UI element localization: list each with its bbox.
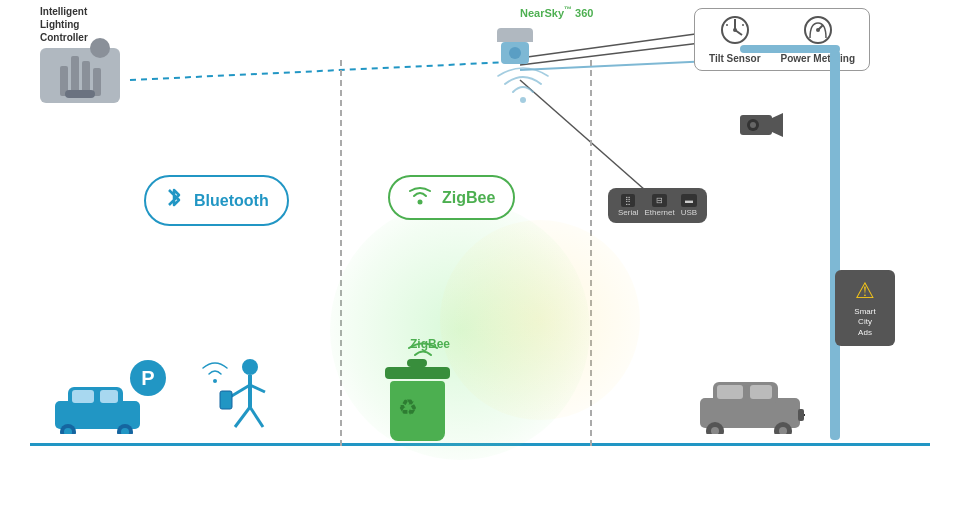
blue-car: [50, 379, 145, 438]
glow-green: [330, 200, 590, 460]
bluetooth-badge: Bluetooth: [144, 175, 289, 226]
svg-line-0: [130, 62, 510, 80]
svg-rect-39: [717, 385, 743, 399]
ilc-container: Intelligent Lighting Controller: [40, 5, 120, 103]
svg-line-1: [520, 32, 710, 58]
ethernet-label: Ethernet: [644, 208, 674, 217]
warning-icon: ⚠: [841, 278, 889, 304]
sensors-box: Tilt Sensor Power Metering: [694, 8, 870, 71]
lamp-arm: [740, 45, 840, 53]
trash-handle: [407, 359, 427, 367]
svg-line-26: [235, 407, 250, 427]
svg-line-27: [250, 407, 263, 427]
usb-label: USB: [681, 208, 697, 217]
usb-icon-item: ▬ USB: [681, 194, 697, 217]
smart-city-ads-label: SmartCityAds: [841, 307, 889, 338]
power-metering-label: Power Metering: [781, 53, 855, 64]
zigbee-badge-top: ZigBee: [388, 175, 515, 220]
divider-1: [340, 60, 342, 446]
svg-rect-45: [798, 409, 804, 421]
trash-bin: ♻: [390, 381, 445, 441]
ilc-device: [40, 48, 120, 103]
svg-line-23: [230, 385, 250, 397]
gray-ev-car: [695, 374, 805, 438]
main-canvas: Intelligent Lighting Controller NearSky™…: [0, 0, 960, 506]
glow-yellow: [440, 220, 640, 420]
ethernet-port-icon: ⊟: [652, 194, 667, 207]
serial-icons-row: ⣿ Serial ⊟ Ethernet ▬ USB: [618, 194, 697, 217]
tilt-sensor-item: Tilt Sensor: [709, 15, 761, 64]
svg-marker-17: [772, 113, 783, 137]
svg-rect-31: [100, 390, 118, 403]
svg-point-14: [816, 28, 820, 32]
lamp-post: [830, 50, 840, 440]
ethernet-icon-item: ⊟ Ethernet: [644, 194, 674, 217]
svg-line-24: [250, 385, 265, 392]
svg-point-5: [520, 97, 526, 103]
serial-ethernet-usb-badge: ⣿ Serial ⊟ Ethernet ▬ USB: [608, 188, 707, 223]
camera-icon: [735, 110, 785, 147]
serial-label: Serial: [618, 208, 638, 217]
svg-point-9: [733, 28, 737, 32]
nearsky-wifi-icon: [493, 60, 553, 117]
zigbee-top-label: ZigBee: [442, 189, 495, 207]
ilc-label: Intelligent Lighting Controller: [40, 5, 120, 44]
zigbee-top-wifi-icon: [408, 185, 432, 210]
trash-bin-section: ♻: [390, 381, 445, 441]
ground-line: [30, 443, 930, 446]
svg-point-15: [418, 200, 423, 205]
bluetooth-label: Bluetooth: [194, 192, 269, 210]
serial-icon-item: ⣿ Serial: [618, 194, 638, 217]
trash-lid: [385, 367, 450, 379]
svg-rect-40: [750, 385, 772, 399]
svg-rect-30: [72, 390, 94, 403]
tilt-sensor-label: Tilt Sensor: [709, 53, 761, 64]
usb-port-icon: ▬: [681, 194, 697, 207]
bluetooth-icon: [164, 185, 184, 216]
power-metering-item: Power Metering: [781, 15, 855, 64]
divider-2: [590, 60, 592, 446]
svg-point-19: [750, 122, 756, 128]
svg-rect-25: [220, 391, 232, 409]
serial-port-icon: ⣿: [621, 194, 635, 207]
person-with-phone: [215, 357, 275, 441]
svg-point-21: [242, 359, 258, 375]
smart-city-ads-sign: ⚠ SmartCityAds: [835, 270, 895, 346]
nearsky-label: NearSky™ 360: [520, 5, 593, 19]
